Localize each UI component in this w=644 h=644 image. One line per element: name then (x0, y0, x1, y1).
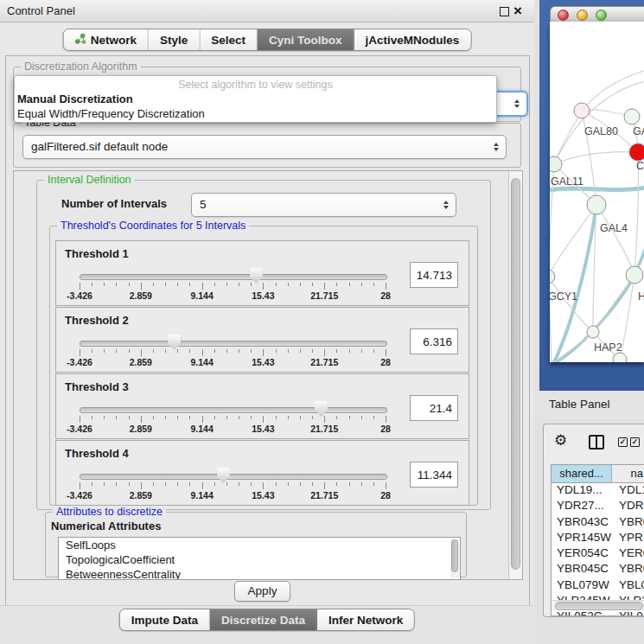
network-icon (75, 33, 86, 47)
threshold-label: Threshold 1 (65, 247, 129, 260)
network-node[interactable] (574, 103, 590, 118)
table-row[interactable]: YER054CYER0 (552, 545, 644, 561)
attribute-item[interactable]: SelfLoops (59, 538, 460, 552)
threshold-slider-thumb[interactable] (168, 335, 181, 350)
table-data-combobox[interactable]: galFiltered.sif default node (22, 135, 507, 159)
threshold-value-field[interactable]: 6.316 (410, 328, 458, 354)
threshold-slider-track[interactable] (80, 474, 387, 480)
threshold-slider-thumb[interactable] (217, 468, 230, 483)
network-edge[interactable] (554, 152, 638, 164)
network-edge[interactable] (550, 277, 593, 332)
network-edge[interactable] (593, 275, 634, 332)
network-node[interactable] (624, 109, 640, 124)
dropdown-option-manual[interactable]: Manual Discretization (17, 92, 133, 105)
node-label: GAL11 (551, 175, 583, 188)
threshold-slider-track[interactable] (80, 407, 387, 413)
cell-shared-name[interactable]: YDR27... (552, 498, 612, 513)
slider-ticks (80, 416, 386, 424)
table-row[interactable]: YBL079WYBL0 (552, 577, 644, 593)
column-header-shared-name[interactable]: shared... (552, 465, 612, 482)
zoom-traffic-light-icon[interactable] (596, 10, 607, 21)
threshold-slider-track[interactable] (80, 341, 387, 347)
numerical-attributes-label: Numerical Attributes (51, 520, 161, 532)
table-row[interactable]: YBR045CYBR0 (552, 561, 644, 577)
network-edge[interactable] (552, 205, 596, 362)
table-row[interactable]: YDL19...YDL1 (552, 482, 644, 498)
network-edge[interactable] (550, 277, 552, 362)
threshold-slider-thumb[interactable] (250, 268, 263, 284)
panel-title: Control Panel (7, 0, 75, 22)
cell-name[interactable]: YBR0 (612, 561, 644, 577)
tab-jactivemnodules[interactable]: jActiveMNodules (354, 29, 471, 50)
cell-shared-name[interactable]: YPR145W (552, 530, 612, 545)
network-node[interactable] (613, 353, 627, 362)
node-label: HAP2 (594, 341, 622, 354)
tab-cyni-toolbox[interactable]: Cyni Toolbox (258, 29, 354, 50)
network-canvas[interactable]: GAL80GACGAL11GAL4GCY1HHAP2 (550, 22, 644, 362)
tab-label: jActiveMNodules (366, 34, 460, 47)
numerical-attributes-list[interactable]: SelfLoopsTopologicalCoefficientBetweenne… (58, 537, 461, 580)
slider-ticks (80, 482, 386, 490)
table-row[interactable]: YPR145WYPR1 (552, 530, 644, 545)
num-intervals-label: Number of Intervals (61, 197, 167, 210)
cell-name[interactable]: YPR1 (612, 530, 644, 545)
column-header-name[interactable]: na (612, 465, 644, 482)
cell-shared-name[interactable]: YDL19... (552, 482, 612, 498)
interval-definition-title: Interval Definition (44, 174, 135, 186)
cell-name[interactable]: YER0 (612, 545, 644, 561)
network-edge[interactable] (582, 69, 644, 111)
cell-name[interactable]: YDL1 (612, 482, 644, 498)
network-edge[interactable] (596, 205, 634, 275)
node-label: GAL80 (584, 125, 618, 137)
cell-name[interactable]: YDR2 (612, 498, 644, 513)
bottom-tab-impute-data[interactable]: Impute Data (120, 609, 210, 630)
threshold-slider-track[interactable] (80, 274, 387, 280)
settings-scrollbar[interactable] (508, 171, 522, 579)
num-intervals-combobox[interactable]: 5 (191, 193, 456, 217)
network-node[interactable] (629, 143, 644, 161)
checkbox-icon[interactable] (630, 437, 640, 447)
table-h-scrollbar[interactable] (552, 600, 644, 610)
cell-shared-name[interactable]: YBR043C (552, 514, 612, 530)
tab-label: Network (91, 34, 137, 47)
threshold-value-field[interactable]: 14.713 (410, 262, 458, 288)
bottom-tab-infer-network[interactable]: Infer Network (317, 609, 414, 630)
checkbox-icon[interactable] (618, 437, 628, 447)
network-node[interactable] (626, 266, 643, 284)
node-label: H (638, 290, 644, 303)
threshold-value-field[interactable]: 11.344 (410, 462, 458, 488)
tab-select[interactable]: Select (200, 29, 258, 50)
cell-shared-name[interactable]: YER054C (552, 545, 612, 561)
network-node[interactable] (587, 195, 606, 214)
minimize-traffic-light-icon[interactable] (577, 10, 588, 21)
dropdown-option-equal-width[interactable]: Equal Width/Frequency Discretization (17, 107, 205, 120)
bottom-tab-discretize-data[interactable]: Discretize Data (210, 609, 317, 630)
table-row[interactable]: YDR27...YDR2 (552, 498, 644, 513)
threshold-slider-thumb[interactable] (315, 401, 328, 417)
bottom-tab-label: Infer Network (328, 614, 403, 627)
table-row[interactable]: YBR043CYBR0 (552, 514, 644, 530)
gear-icon[interactable]: ⚙ (554, 431, 567, 449)
attribute-item[interactable]: BetweennessCentrality (59, 567, 460, 580)
network-node[interactable] (587, 326, 599, 338)
attribute-item[interactable]: TopologicalCoefficient (59, 552, 460, 567)
tab-network[interactable]: Network (64, 29, 149, 50)
apply-button[interactable]: Apply (234, 581, 290, 602)
cell-name[interactable]: YBL0 (612, 577, 644, 593)
cell-shared-name[interactable]: YBR045C (552, 561, 612, 577)
interval-definition-group: Interval Definition Number of Intervals … (36, 180, 491, 510)
split-columns-icon[interactable] (589, 435, 604, 450)
list-scrollbar[interactable] (450, 539, 459, 578)
close-icon[interactable]: × (513, 1, 522, 22)
node-label: GA (633, 125, 644, 137)
slider-tick-labels: -3.4262.8599.14415.4321.71528 (80, 357, 386, 367)
close-traffic-light-icon[interactable] (558, 10, 569, 21)
network-node[interactable] (550, 156, 562, 172)
network-node[interactable] (550, 270, 555, 284)
cell-shared-name[interactable]: YBL079W (552, 577, 612, 593)
node-table: shared... na YDL19...YDL1YDR27...YDR2YBR… (551, 464, 644, 616)
tab-style[interactable]: Style (149, 29, 200, 50)
threshold-value-field[interactable]: 21.4 (410, 395, 458, 421)
cell-name[interactable]: YBR0 (612, 514, 644, 530)
float-panel-icon[interactable] (500, 7, 509, 16)
